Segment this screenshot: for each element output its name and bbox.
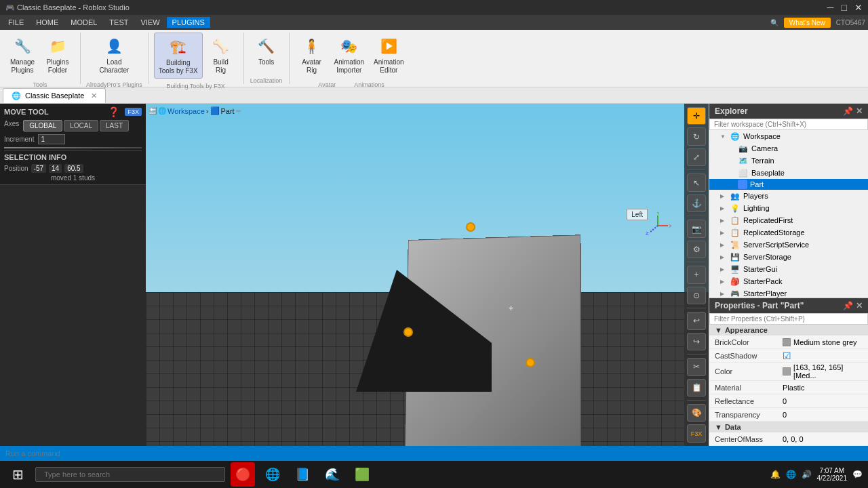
zoom-fit-btn[interactable]: ⊙ <box>687 287 706 304</box>
properties-panel: Properties - Part "Part" 📌 ✕ ▼ Appearanc… <box>709 298 868 446</box>
expand-arrow-spl: ▶ <box>720 291 727 297</box>
f3x-settings-btn[interactable]: F3X <box>687 424 706 442</box>
global-axis-button[interactable]: GLOBAL <box>23 120 62 131</box>
alreadypro-section-label: AlreadyPro's Plugins <box>86 80 142 88</box>
explorer-pin-icon[interactable]: 📌 <box>843 106 853 116</box>
build-rig-button[interactable]: 🦴 BuildRig <box>204 33 238 79</box>
taskbar-app-files[interactable]: 🟩 <box>350 462 374 487</box>
viewport[interactable]: + Left X Y Z ✛ ↻ ⤢ ↖ ⚓ 📷 ⚙ + <box>146 104 709 446</box>
explorer-item-camera[interactable]: 📷 Camera <box>709 142 868 155</box>
tab-classic-baseplate[interactable]: 🌐 Classic Baseplate ✕ <box>3 88 106 103</box>
anchor-btn[interactable]: ⚓ <box>687 195 706 212</box>
axes-label: Axes <box>4 120 19 131</box>
redo-btn[interactable]: ↪ <box>687 333 706 350</box>
zoom-in-btn[interactable]: + <box>687 266 706 283</box>
manage-plugins-button[interactable]: 🔧 ManagePlugins <box>5 33 39 77</box>
replicated-storage-label: ReplicatedStorage <box>743 228 805 237</box>
properties-search-input[interactable] <box>709 313 868 325</box>
explorer-item-starter-gui[interactable]: ▶ 🖥️ StarterGui <box>709 263 868 275</box>
prop-center-of-mass: CenterOfMass 0, 0, 0 <box>709 432 868 446</box>
menu-home[interactable]: HOME <box>31 17 64 28</box>
explorer-search-input[interactable] <box>709 119 868 130</box>
menu-view[interactable]: VIEW <box>135 17 165 28</box>
start-button[interactable]: ⊞ <box>5 462 30 487</box>
paint-btn[interactable]: 🎨 <box>687 404 706 422</box>
camera-btn[interactable]: 📷 <box>687 220 706 237</box>
whats-new-button[interactable]: What's New <box>784 18 831 28</box>
view-gizmo-axes: X Y Z <box>644 212 671 239</box>
data-collapse-icon: ▼ <box>715 423 722 431</box>
lighting-icon: 💡 <box>730 203 741 214</box>
players-icon: 👥 <box>730 190 741 201</box>
undo-btn[interactable]: ↩ <box>687 312 706 329</box>
explorer-close-icon[interactable]: ✕ <box>856 106 863 116</box>
explorer-item-starter-player[interactable]: ▶ 🎮 StarterPlayer <box>709 287 868 298</box>
explorer-item-replicated-storage[interactable]: ▶ 📋 ReplicatedStorage <box>709 226 868 239</box>
center-of-mass-label: CenterOfMass <box>715 435 783 443</box>
taskbar-app-edge[interactable]: 📘 <box>290 462 315 487</box>
avatar-rig-button[interactable]: 🧍 AvatarRig <box>295 33 329 77</box>
prop-color: Color [163, 162, 165] [Med... <box>709 363 868 381</box>
plugins-folder-button[interactable]: 📁 PluginsFolder <box>41 33 75 77</box>
taskbar-search-input[interactable] <box>35 467 225 482</box>
select-tool-btn[interactable]: ↖ <box>687 174 706 191</box>
search-icon: 🔍 <box>770 19 778 26</box>
menu-plugins[interactable]: PLUGINS <box>167 17 210 28</box>
explorer-item-replicated-first[interactable]: ▶ 📋 ReplicatedFirst <box>709 214 868 226</box>
scale-tool-btn[interactable]: ⤢ <box>687 148 706 166</box>
part-label: Part <box>750 180 764 188</box>
explorer-header: Explorer 📌 ✕ <box>709 104 868 119</box>
cast-shadow-checkbox[interactable]: ☑ <box>783 350 791 361</box>
tools-button[interactable]: 🔨 Tools <box>250 33 283 73</box>
prop-reflectance: Reflectance 0 <box>709 394 868 408</box>
properties-close-icon[interactable]: ✕ <box>856 301 863 310</box>
explorer-item-starter-pack[interactable]: ▶ 🎒 StarterPack <box>709 275 868 287</box>
taskbar-time: 7:07 AM 4/22/2021 <box>817 467 848 482</box>
paste-btn[interactable]: 📋 <box>687 379 706 396</box>
settings-btn[interactable]: ⚙ <box>687 241 706 258</box>
rotate-tool-btn[interactable]: ↻ <box>687 127 706 145</box>
properties-pin-icon[interactable]: 📌 <box>843 301 853 310</box>
taskbar-app-chrome[interactable]: 🌐 <box>260 462 285 487</box>
explorer-item-sss[interactable]: ▶ 📜 ServerScriptService <box>709 239 868 251</box>
command-input[interactable] <box>5 449 863 458</box>
explorer-item-terrain[interactable]: 🗺️ Terrain <box>709 155 868 167</box>
taskbar-app-roblox[interactable]: 🔴 <box>231 462 255 487</box>
maximize-button[interactable]: □ <box>841 2 846 13</box>
cut-btn[interactable]: ✂ <box>687 358 706 375</box>
animation-editor-button[interactable]: ▶️ AnimationEditor <box>370 33 408 77</box>
minimize-button[interactable]: ─ <box>827 2 833 13</box>
prop-transparency: Transparency 0 <box>709 408 868 422</box>
taskbar-notification-panel-icon[interactable]: 💬 <box>852 470 863 479</box>
cast-shadow-value[interactable]: ☑ <box>783 350 863 361</box>
increment-input[interactable] <box>38 134 65 144</box>
color-label: Color <box>715 367 783 375</box>
data-section[interactable]: ▼ Data <box>709 422 868 432</box>
last-axis-button[interactable]: LAST <box>100 120 129 131</box>
explorer-item-server-storage[interactable]: ▶ 💾 ServerStorage <box>709 251 868 263</box>
move-tool-help-icon[interactable]: ❓ <box>108 106 119 117</box>
local-axis-button[interactable]: LOCAL <box>64 120 98 131</box>
menu-test[interactable]: TEST <box>104 17 134 28</box>
taskbar-app-browser2[interactable]: 🌊 <box>320 462 344 487</box>
explorer-item-part[interactable]: Part <box>709 179 868 190</box>
animation-importer-button[interactable]: 🎭 AnimationImporter <box>330 33 368 77</box>
explorer-item-players[interactable]: ▶ 👥 Players <box>709 190 868 202</box>
taskbar-network-icon[interactable]: 🌐 <box>786 470 796 479</box>
load-character-button[interactable]: 👤 LoadCharacter <box>95 33 133 77</box>
tab-close-icon[interactable]: ✕ <box>91 92 97 100</box>
building-tools-button[interactable]: 🏗️ BuildingTools by F3X <box>154 33 203 79</box>
close-button[interactable]: ✕ <box>854 2 863 13</box>
taskbar-volume-icon[interactable]: 🔊 <box>802 470 812 479</box>
tools-label: Tools <box>258 58 274 66</box>
move-tool-btn[interactable]: ✛ <box>687 107 706 125</box>
explorer-item-workspace[interactable]: ▼ 🌐 Workspace <box>709 130 868 142</box>
explorer-item-baseplate[interactable]: ⬜ Baseplate <box>709 167 868 179</box>
menu-model[interactable]: MODEL <box>65 17 102 28</box>
menu-file[interactable]: FILE <box>3 17 29 28</box>
move-tool-title: MOVE TOOL <box>4 108 49 116</box>
explorer-item-lighting[interactable]: ▶ 💡 Lighting <box>709 202 868 214</box>
appearance-section[interactable]: ▼ Appearance <box>709 325 868 336</box>
taskbar-notification-icon[interactable]: 🔔 <box>770 470 781 479</box>
manage-plugins-icon: 🔧 <box>12 35 33 57</box>
